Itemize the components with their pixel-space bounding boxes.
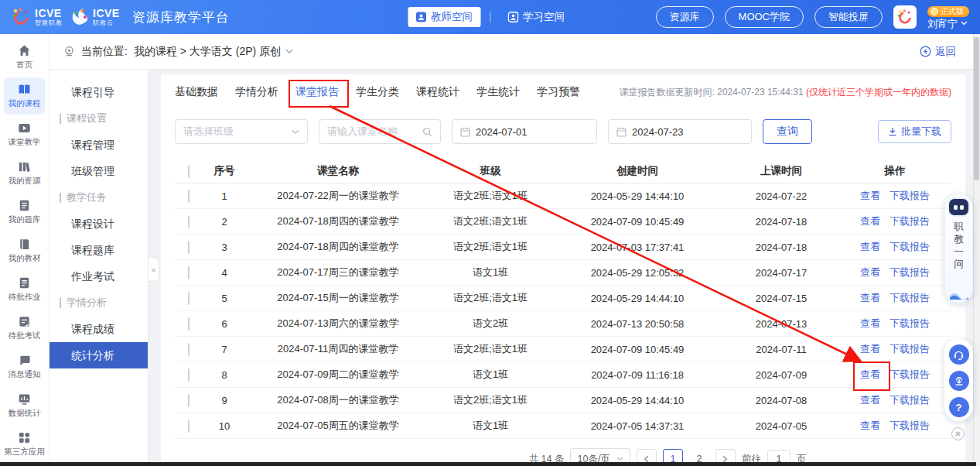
select-all-checkbox[interactable] xyxy=(188,165,190,178)
download-report-link[interactable]: 下载报告 xyxy=(890,291,930,305)
tab-basic-data[interactable]: 基础数据 xyxy=(175,85,218,99)
row-checkbox[interactable] xyxy=(188,343,190,356)
back-button[interactable]: 返回 xyxy=(920,45,956,59)
download-report-link[interactable]: 下载报告 xyxy=(890,342,930,356)
row-checkbox[interactable] xyxy=(188,292,190,305)
download-report-link[interactable]: 下载报告 xyxy=(890,393,930,407)
menu-group-course-settings: 课程设置 xyxy=(50,105,148,132)
smart-casting-button[interactable]: 智能投屏 xyxy=(814,6,883,28)
cell-no: 9 xyxy=(203,395,246,406)
user-menu[interactable]: 刘宵宁 xyxy=(927,19,968,29)
sidebar-item-classroom-teaching[interactable]: 课堂教学 xyxy=(4,116,45,153)
collapse-sidebar-handle[interactable]: « xyxy=(149,257,159,282)
sidebar-item-pending-homework[interactable]: 待批作业 xyxy=(4,271,45,308)
location-pin-icon xyxy=(63,46,75,57)
learning-space-button[interactable]: 学习空间 xyxy=(500,7,572,27)
view-link[interactable]: 查看 xyxy=(860,419,880,433)
menu-item-homework-exam[interactable]: 作业考试 xyxy=(50,263,148,290)
cell-no: 1 xyxy=(203,190,246,202)
cell-lesson-time: 2024-07-18 xyxy=(724,216,838,228)
view-link[interactable]: 查看 xyxy=(860,214,880,228)
menu-item-class-management[interactable]: 班级管理 xyxy=(50,158,148,184)
start-date-input[interactable]: 2024-07-01 xyxy=(452,119,597,144)
help-button[interactable]: ? xyxy=(949,397,969,417)
menu-item-course-management[interactable]: 课程管理 xyxy=(50,132,148,158)
close-toolbar-icon[interactable]: ✕ xyxy=(951,427,965,440)
view-link[interactable]: 查看 xyxy=(860,240,880,254)
row-checkbox[interactable] xyxy=(188,420,190,433)
breadcrumb-trail[interactable]: 我的课程 > 大学语文 (2P) 原创 xyxy=(134,45,293,59)
logo-caption: 智慧职教 xyxy=(35,20,63,26)
view-link[interactable]: 查看 xyxy=(860,317,880,331)
row-checkbox[interactable] xyxy=(188,368,190,382)
tab-class-report[interactable]: 课堂报告 xyxy=(295,85,339,99)
cell-created-time: 2024-05-29 12:05:32 xyxy=(551,267,724,279)
row-checkbox[interactable] xyxy=(188,215,190,228)
row-checkbox[interactable] xyxy=(188,266,190,279)
table-row: 32024-07-18周四的课堂教学语文2班;语文1班2024-07-03 17… xyxy=(175,235,951,260)
menu-item-statistical-analysis[interactable]: 统计分析 xyxy=(50,342,148,368)
download-report-link[interactable]: 下载报告 xyxy=(890,214,930,228)
space-divider xyxy=(490,12,490,22)
mooc-academy-button[interactable]: MOOC学院 xyxy=(725,6,804,28)
view-link[interactable]: 查看 xyxy=(860,393,880,407)
sidebar-item-my-textbooks[interactable]: 我的教材 xyxy=(4,232,45,269)
sidebar-item-my-courses[interactable]: 我的课程 xyxy=(4,77,45,115)
download-report-link[interactable]: 下载报告 xyxy=(890,419,930,433)
tab-course-stats[interactable]: 课程统计 xyxy=(416,85,459,99)
class-report-table: 序号课堂名称班级创建时间上课时间操作 12024-07-22周一的课堂教学语文2… xyxy=(175,159,951,439)
table-row: 92024-07-08周一的课堂教学语文2班;语文1班2024-05-29 14… xyxy=(175,388,951,413)
sidebar-item-third-party-apps[interactable]: 第三方应用 xyxy=(4,426,45,463)
menu-item-course-grades[interactable]: 课程成绩 xyxy=(50,316,148,342)
row-checkbox[interactable] xyxy=(188,317,190,331)
view-link[interactable]: 查看 xyxy=(860,189,880,203)
menu-item-course-guide[interactable]: 课程引导 xyxy=(50,79,148,105)
download-center-button[interactable] xyxy=(949,371,969,391)
end-date-input[interactable]: 2024-07-23 xyxy=(608,119,752,144)
avatar[interactable] xyxy=(893,5,917,29)
cell-class-name: 2024-07-18周四的课堂教学 xyxy=(246,240,430,254)
menu-item-course-question-bank[interactable]: 课程题库 xyxy=(50,237,148,263)
sidebar-item-pending-exams[interactable]: 待批考试 xyxy=(4,310,45,347)
batch-download-button[interactable]: 批量下载 xyxy=(878,120,951,143)
sidebar-item-data-statistics[interactable]: 数据统计 xyxy=(4,387,45,424)
query-button[interactable]: 查询 xyxy=(763,119,812,144)
download-report-link[interactable]: 下载报告 xyxy=(890,189,930,203)
download-report-link[interactable]: 下载报告 xyxy=(890,368,930,382)
cell-created-time: 2024-05-29 14:44:10 xyxy=(551,293,724,304)
cell-no: 8 xyxy=(203,369,246,381)
cell-class: 语文1班 xyxy=(430,266,551,279)
class-name-search[interactable]: 请输入课堂名称 xyxy=(319,119,441,144)
download-report-link[interactable]: 下载报告 xyxy=(890,240,930,254)
row-checkbox[interactable] xyxy=(188,394,190,407)
column-header: 序号 xyxy=(203,164,246,178)
scrollbar-thumb[interactable] xyxy=(974,37,979,180)
sidebar-item-my-resources[interactable]: 我的资源 xyxy=(4,155,45,192)
view-link[interactable]: 查看 xyxy=(860,291,880,305)
column-header: 课堂名称 xyxy=(246,164,430,178)
sidebar-item-home[interactable]: 首页 xyxy=(4,39,45,76)
download-report-link[interactable]: 下载报告 xyxy=(890,317,930,331)
row-checkbox[interactable] xyxy=(188,190,190,203)
view-link[interactable]: 查看 xyxy=(860,342,880,356)
view-link[interactable]: 查看 xyxy=(860,368,880,382)
column-header: 操作 xyxy=(838,164,951,178)
download-report-link[interactable]: 下载报告 xyxy=(890,266,930,279)
tab-learning-analysis[interactable]: 学情分析 xyxy=(235,85,278,99)
tab-student-stats[interactable]: 学生统计 xyxy=(476,85,520,99)
zhijiao-assistant-widget[interactable]: 职教一问 xyxy=(944,194,973,303)
class-select[interactable]: 请选择班级 xyxy=(175,119,308,144)
sidebar-item-notifications[interactable]: 消息通知 xyxy=(4,348,45,385)
tab-learning-warning[interactable]: 学习预警 xyxy=(537,85,580,99)
resource-library-button[interactable]: 资源库 xyxy=(656,6,714,28)
logo-caption: 职教云 xyxy=(93,20,120,26)
menu-group-teaching-tasks: 教学任务 xyxy=(50,184,148,211)
customer-service-button[interactable] xyxy=(949,344,969,365)
teacher-space-button[interactable]: 教师空间 xyxy=(408,7,480,27)
menu-item-course-design[interactable]: 课程设计 xyxy=(50,211,148,237)
row-checkbox[interactable] xyxy=(188,241,190,254)
sidebar-item-my-question-bank[interactable]: 我的题库 xyxy=(4,194,45,231)
view-link[interactable]: 查看 xyxy=(860,266,880,279)
notifications-icon xyxy=(18,354,31,367)
tab-student-classification[interactable]: 学生分类 xyxy=(356,85,399,99)
